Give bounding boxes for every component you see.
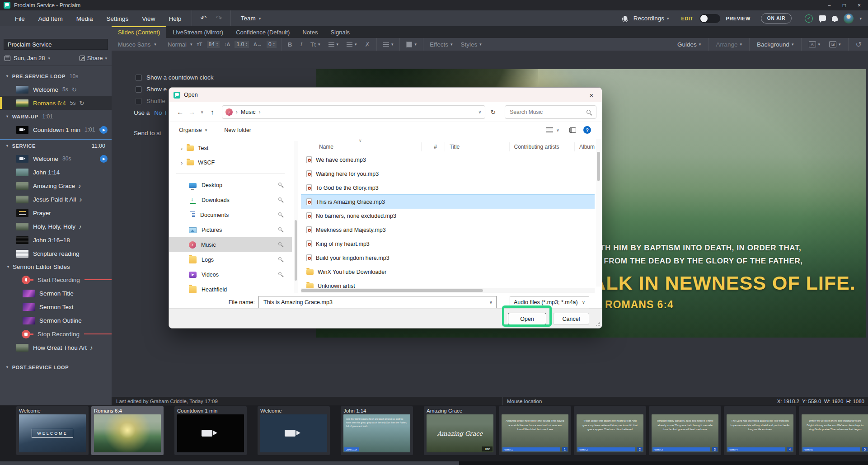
recent-locations-icon[interactable]: ∨ (197, 109, 206, 114)
scrollbar-thumb[interactable] (295, 220, 297, 281)
file-row[interactable]: Meekness and Majesty.mp3 (301, 223, 595, 237)
shuffle-checkbox-row[interactable]: Shuffle (136, 98, 165, 104)
up-icon[interactable]: ↑ (206, 108, 218, 116)
file-row[interactable]: Build your kingdom here.mp3 (301, 251, 595, 265)
column-header[interactable]: Title (445, 142, 510, 151)
stepper-arrows[interactable]: ▴▾ (246, 42, 247, 47)
organise-dropdown[interactable]: Organise ▾ (176, 127, 210, 134)
share-button[interactable]: ↗ Share ▾ (80, 55, 107, 61)
chevron-down-icon[interactable]: ∨ (489, 300, 493, 305)
new-folder-button[interactable]: New folder (221, 127, 254, 134)
scrollbar-thumb[interactable] (597, 152, 600, 181)
slide-thumbnail[interactable] (260, 414, 327, 452)
add-text-box-button[interactable]: A ▾ (807, 41, 822, 47)
undo-icon[interactable]: ↶ (196, 10, 211, 26)
slide-thumbnail[interactable]: Through many dangers, toils and snares I… (652, 414, 718, 452)
sidebar-row[interactable]: ▾ Holy, Holy, Holy ♪ ↻ ▶ (0, 220, 112, 233)
scrollbar-thumb[interactable] (301, 289, 483, 292)
letter-spacing-stepper[interactable]: 0 ▴▾ (267, 41, 277, 48)
reset-icon[interactable]: ↺ (854, 40, 863, 49)
sidebar-row[interactable]: ▾ WARM-UP ♪ 1:01 ↻ ▶ (0, 110, 112, 123)
file-name-input[interactable] (263, 299, 487, 306)
file-name-combobox[interactable]: ∨ (258, 296, 497, 308)
checkbox[interactable] (136, 98, 142, 104)
text-color-button[interactable]: ▾ (404, 42, 418, 47)
filmstrip-slide[interactable]: Through many dangers, toils and snares I… (649, 406, 721, 455)
font-style-select[interactable]: Normal ▾ (168, 41, 192, 48)
user-avatar[interactable] (844, 14, 854, 23)
checkbox[interactable] (136, 75, 142, 81)
slide-thumbnail[interactable] (177, 414, 244, 452)
checkbox[interactable] (136, 86, 142, 93)
slide-thumbnail[interactable] (94, 414, 161, 452)
filmstrip-slide[interactable]: Welcome (258, 406, 330, 455)
menu-item[interactable]: Add Item (32, 15, 70, 22)
line-height-stepper[interactable]: 1.0 ▴▾ (235, 41, 249, 48)
chevron-down-icon[interactable]: ▾ (7, 265, 9, 269)
menu-item[interactable]: File (8, 15, 32, 22)
sidebar-row[interactable]: ▾ SERVICE ♪ 11:00 ↻ ▶ (0, 139, 112, 152)
filmstrip-slide[interactable]: Welcome WELCOME (16, 406, 89, 455)
search-box[interactable] (505, 105, 596, 119)
effects-dropdown[interactable]: Effects ▾ (428, 41, 455, 48)
background-dropdown[interactable]: Background ▾ (755, 41, 796, 48)
column-header[interactable]: Album (575, 142, 595, 151)
expander-icon[interactable]: › (181, 160, 183, 166)
quick-access-item[interactable]: Music (169, 237, 292, 252)
file-row[interactable]: To God be the Glory.mp3 (301, 181, 595, 195)
sidebar-row[interactable]: ▾ Sermon Text ♪ ↻ ▶ (0, 300, 112, 314)
sidebar-row[interactable]: ▾ Jesus Paid It All ♪ ↻ ▶ (0, 193, 112, 206)
service-date[interactable]: Sun, Jan 28 (14, 55, 45, 61)
team-menu[interactable]: Team ▾ (235, 15, 267, 22)
sidebar-row[interactable]: ▾ PRE-SERVICE LOOP ♪ 10s ↻ ▶ (0, 70, 112, 83)
sidebar-row[interactable]: ▾ Welcome ♪ 5s ↻ ▶ (0, 83, 112, 96)
font-size-stepper[interactable]: 84 ▴▾ (207, 41, 220, 48)
sidebar-row[interactable]: ▾ Scripture reading ♪ ↻ ▶ (0, 247, 112, 260)
slide-thumbnail[interactable]: Amazing grace how sweet the sound That s… (502, 414, 568, 452)
breadcrumb[interactable]: Music (241, 109, 256, 115)
on-air-button[interactable]: ON AIR (761, 13, 792, 23)
stepper-arrows[interactable]: ▴▾ (273, 42, 275, 47)
breadcrumb-chevron-icon[interactable]: › (258, 109, 260, 115)
slide-thumbnail[interactable]: The Lord has promised good to me His wor… (727, 414, 793, 452)
expander-icon[interactable]: › (181, 145, 183, 152)
sidebar-row[interactable]: ▾ Amazing Grace ♪ ↻ ▶ (0, 179, 112, 193)
editor-tab[interactable]: LiveStream (Mirror) (166, 26, 230, 38)
help-icon[interactable]: ? (583, 126, 591, 134)
recordings-dropdown[interactable]: Recordings ▾ (633, 15, 669, 22)
slide-thumbnail[interactable]: WELCOME (19, 414, 86, 452)
cancel-button[interactable]: Cancel (553, 313, 589, 325)
sidebar-row[interactable]: ▾ Sermon Outline ♪ ↻ ▶ (0, 314, 112, 327)
styles-dropdown[interactable]: Styles ▾ (459, 41, 483, 48)
refresh-icon[interactable]: ↻ (491, 108, 496, 116)
sidebar-row[interactable]: ▾ POST-SERVICE LOOP ♪ ↻ ▶ (0, 361, 112, 374)
slide-thumbnail[interactable]: When we've been there ten thousand years… (802, 414, 868, 452)
italic-button[interactable]: I (298, 41, 304, 48)
horizontal-scrollbar[interactable] (301, 288, 595, 293)
tree-folder-row[interactable]: › WSCF (169, 155, 292, 170)
chevron-down-icon[interactable]: ▾ (6, 144, 9, 148)
list-button[interactable]: ▾ (327, 42, 341, 47)
indent-button[interactable]: ▾ (345, 42, 359, 47)
tree-folder-row[interactable]: › Test (169, 141, 292, 155)
chevron-down-icon[interactable]: ▾ (48, 56, 50, 61)
chat-icon[interactable] (819, 15, 826, 21)
filmstrip-slide[interactable]: The Lord has promised good to me His wor… (724, 406, 796, 455)
add-image-button[interactable]: ◪ ▾ (827, 41, 843, 47)
sidebar-row[interactable]: ▾ Stop Recording ♪ ↻ ▶ (0, 327, 112, 341)
editor-tab[interactable]: Confidence (Default) (230, 26, 296, 38)
column-header[interactable]: Name (301, 142, 422, 151)
forward-icon[interactable]: → (186, 108, 198, 116)
resize-grip[interactable] (596, 322, 600, 326)
show-e-checkbox-row[interactable]: Show e (136, 86, 167, 93)
chevron-down-icon[interactable]: ▾ (6, 74, 9, 78)
minimize-icon[interactable]: − (828, 2, 831, 9)
filmstrip-slide[interactable]: Countdown 1 min (174, 406, 247, 455)
file-type-select[interactable]: Audio files (*.mp3; *.m4a) ∨ (510, 296, 589, 308)
sidebar-row[interactable]: ▾ John 1:14 ♪ ↻ ▶ (0, 165, 112, 179)
font-family-select[interactable]: Museo Sans ▾ (118, 41, 163, 48)
quick-access-item[interactable]: Documents (169, 207, 292, 222)
filmstrip-slide[interactable]: Amazing Grace Amazing Grace Title (424, 406, 496, 455)
sidebar-row[interactable]: ▾ Romans 6:4 ♪ 5s ↻ ▶ (0, 96, 112, 110)
quick-access-item[interactable]: Videos (169, 267, 292, 282)
